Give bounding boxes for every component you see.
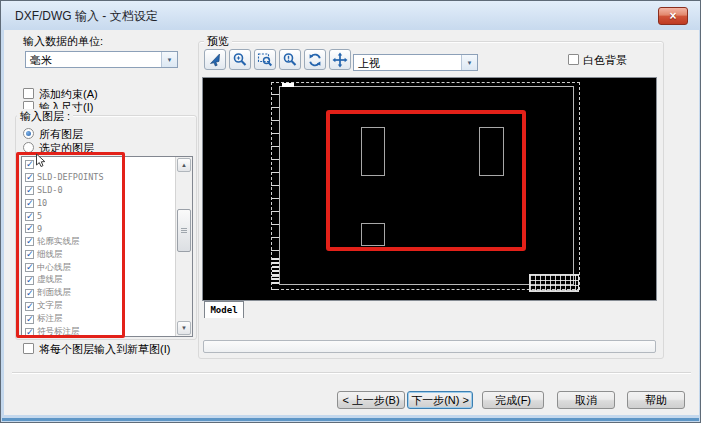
- layers-list: ✓ ✓ SLD-DEFPOINTS ✓ SLD-0 ✓ 10: [22, 158, 175, 337]
- layer-row[interactable]: ✓ 轮廓实线层: [22, 235, 175, 248]
- close-button[interactable]: ×: [658, 7, 688, 25]
- layer-name: 10: [37, 198, 47, 208]
- layer-row[interactable]: ✓ 中心线层: [22, 261, 175, 274]
- layer-checkbox[interactable]: ✓: [25, 289, 34, 298]
- layer-name: 符号标注层: [37, 326, 80, 337]
- sheet-scale-bar: [272, 258, 279, 286]
- layer-checkbox[interactable]: ✓: [25, 173, 34, 182]
- mouse-cursor-icon: [35, 153, 47, 172]
- drawing-square-bottom: [361, 223, 385, 246]
- layer-checkbox[interactable]: ✓: [25, 160, 34, 169]
- import-each-layer-label: 将每个图层输入到新草图(I): [39, 342, 170, 357]
- next-button[interactable]: 下一步(N) >: [407, 391, 473, 409]
- layer-row[interactable]: ✓ 文字层: [22, 300, 175, 313]
- layer-checkbox[interactable]: ✓: [25, 186, 34, 195]
- layer-checkbox[interactable]: ✓: [25, 250, 34, 259]
- import-each-layer-checkbox[interactable]: [23, 343, 34, 354]
- white-background-checkbox[interactable]: [568, 54, 579, 65]
- layer-name: 虚线层: [37, 274, 63, 286]
- drawing-rectangle-left: [361, 127, 385, 176]
- scroll-down-icon[interactable]: ▼: [177, 321, 191, 335]
- all-layers-label: 所有图层: [39, 127, 83, 142]
- units-value: 毫米: [26, 52, 161, 67]
- layer-row[interactable]: ✓ 虚线层: [22, 274, 175, 287]
- dialog-window: DXF/DWG 输入 - 文档设定 × 输入数据的单位: 毫米 ▼ 添加约束(A…: [0, 0, 701, 423]
- layer-checkbox[interactable]: ✓: [25, 224, 34, 233]
- layer-name: 标注层: [37, 313, 63, 325]
- finish-button[interactable]: 完成(F): [482, 391, 544, 409]
- preview-group-label: 预览: [204, 34, 232, 49]
- dialog-title: DXF/DWG 输入 - 文档设定: [15, 8, 158, 25]
- layer-checkbox[interactable]: ✓: [25, 302, 34, 311]
- chevron-down-icon: ▼: [161, 52, 177, 67]
- window-bottom-border: [2, 418, 699, 421]
- view-orientation-dropdown[interactable]: 上视 ▼: [353, 54, 478, 71]
- layer-row[interactable]: ✓ SLD-DEFPOINTS: [22, 171, 175, 184]
- units-label: 输入数据的单位:: [23, 34, 103, 49]
- layer-row[interactable]: ✓ 5: [22, 210, 175, 223]
- selected-layers-label: 选定的图层: [39, 141, 94, 156]
- layer-row[interactable]: ✓ 9: [22, 222, 175, 235]
- sheet-top-mark: [282, 83, 294, 87]
- layer-row[interactable]: ✓ 符号标注层: [22, 326, 175, 337]
- pan-icon: [332, 52, 348, 68]
- zoom-fit-tool-button[interactable]: [279, 49, 301, 70]
- layer-name: 中心线层: [37, 262, 71, 274]
- layer-row[interactable]: ✓ 剖面线层: [22, 287, 175, 300]
- layer-name: SLD-0: [37, 185, 63, 195]
- white-background-label: 白色背景: [583, 53, 627, 68]
- zoom-area-tool-button[interactable]: [254, 49, 276, 70]
- layer-checkbox[interactable]: ✓: [25, 276, 34, 285]
- zoom-area-icon: [257, 52, 273, 68]
- layers-scrollbar[interactable]: ▲ ▼: [175, 157, 192, 336]
- layers-listbox[interactable]: ✓ ✓ SLD-DEFPOINTS ✓ SLD-0 ✓ 10: [21, 156, 193, 337]
- scroll-up-icon[interactable]: ▲: [177, 158, 191, 172]
- pan-tool-button[interactable]: [329, 49, 351, 70]
- refresh-tool-button[interactable]: [304, 49, 326, 70]
- layer-row[interactable]: ✓ 10: [22, 197, 175, 210]
- footer-separator: [12, 372, 691, 374]
- scrollbar-thumb[interactable]: [177, 209, 191, 252]
- layer-row[interactable]: ✓ 细线层: [22, 248, 175, 261]
- layer-checkbox[interactable]: ✓: [25, 328, 34, 337]
- drawing-rectangle-right: [479, 127, 504, 176]
- zoom-fit-icon: [282, 52, 298, 68]
- add-constraints-checkbox[interactable]: [23, 88, 34, 99]
- layer-row[interactable]: ✓ SLD-0: [22, 184, 175, 197]
- layer-checkbox[interactable]: ✓: [25, 237, 34, 246]
- cancel-button[interactable]: 取消: [557, 391, 615, 409]
- layer-checkbox[interactable]: ✓: [25, 263, 34, 272]
- sheet-inner-border: [279, 86, 574, 285]
- layer-name: 剖面线层: [37, 287, 71, 299]
- layer-checkbox[interactable]: ✓: [25, 212, 34, 221]
- all-layers-radio[interactable]: [23, 128, 34, 139]
- refresh-icon: [307, 52, 323, 68]
- chevron-down-icon: ▼: [461, 55, 477, 70]
- layer-checkbox[interactable]: ✓: [25, 315, 34, 324]
- model-tab[interactable]: Model: [204, 301, 244, 318]
- selected-layers-radio[interactable]: [23, 142, 34, 153]
- zoom-tool-button[interactable]: [229, 49, 251, 70]
- layer-name: 细线层: [37, 249, 63, 261]
- layer-checkbox[interactable]: ✓: [25, 199, 34, 208]
- layer-row[interactable]: ✓ 标注层: [22, 313, 175, 326]
- layer-name: 5: [37, 211, 42, 221]
- units-dropdown[interactable]: 毫米 ▼: [25, 51, 178, 68]
- layer-name: 9: [37, 224, 42, 234]
- layer-name: SLD-DEFPOINTS: [37, 172, 104, 182]
- view-orientation-value: 上视: [354, 55, 461, 70]
- help-button[interactable]: 帮助: [627, 391, 685, 409]
- layer-name: 轮廓实线层: [37, 236, 80, 248]
- zoom-icon: [232, 52, 248, 68]
- close-icon: ×: [669, 9, 676, 23]
- layer-name: 文字层: [37, 300, 63, 312]
- select-tool-icon: [207, 52, 223, 68]
- back-button[interactable]: < 上一步(B): [337, 391, 405, 409]
- model-tab-label: Model: [210, 305, 237, 315]
- layers-group-label: 输入图层 :: [17, 109, 73, 124]
- sheet-title-block: [529, 274, 579, 292]
- select-tool-button[interactable]: [204, 49, 226, 70]
- progress-bar: [203, 340, 656, 353]
